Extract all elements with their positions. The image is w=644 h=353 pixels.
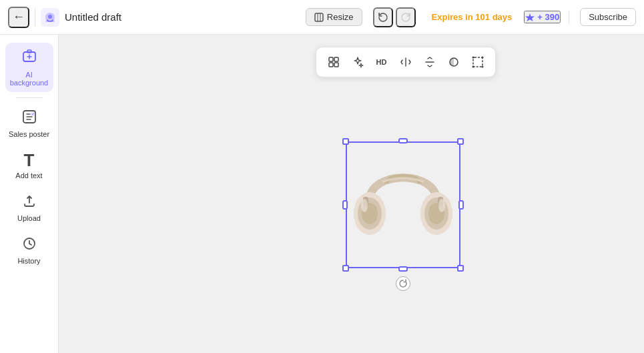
header-divider-2	[569, 11, 569, 24]
handle-bottom-right[interactable]	[457, 265, 464, 272]
svg-point-15	[481, 57, 483, 59]
sidebar: AI background Sales poster T Add text	[0, 35, 59, 353]
sidebar-item-add-text[interactable]: T Add text	[5, 146, 53, 185]
handle-middle-left[interactable]	[342, 200, 348, 210]
svg-point-14	[472, 57, 474, 59]
ai-background-icon	[21, 48, 38, 68]
svg-rect-11	[334, 63, 338, 67]
sidebar-item-upload[interactable]: Upload	[5, 188, 53, 228]
add-text-icon: T	[24, 151, 35, 169]
selection-box[interactable]	[346, 141, 460, 268]
expires-text: Expires in 101 days	[432, 12, 513, 22]
toolbar-magic-button[interactable]	[347, 51, 368, 73]
canvas-area[interactable]: HD	[59, 35, 644, 353]
handle-top-right[interactable]	[457, 138, 464, 145]
resize-label: Resize	[327, 12, 354, 22]
credits-label: + 390	[537, 12, 559, 22]
add-text-label: Add text	[15, 171, 42, 180]
undo-redo-group	[373, 7, 416, 27]
sidebar-item-sales-poster[interactable]: Sales poster	[5, 103, 53, 143]
svg-rect-10	[329, 63, 333, 67]
svg-point-26	[361, 199, 368, 212]
toolbar-hd-button[interactable]: HD	[371, 51, 392, 73]
header: ← Untitled draft Resize Expires in 101 d…	[0, 0, 644, 35]
sales-poster-label: Sales poster	[9, 130, 49, 138]
handle-bottom-center[interactable]	[398, 266, 408, 272]
svg-point-1	[48, 15, 52, 19]
header-divider-1	[35, 8, 35, 27]
handle-top-left[interactable]	[342, 138, 349, 145]
svg-rect-4	[27, 50, 31, 53]
headphones-image[interactable]	[346, 141, 460, 268]
ai-background-label: AI background	[8, 71, 51, 87]
floating-toolbar: HD	[316, 47, 496, 77]
back-button[interactable]: ←	[8, 7, 29, 28]
sidebar-divider-1	[16, 97, 43, 98]
canvas-object-container[interactable]	[346, 141, 460, 268]
toolbar-opacity-button[interactable]	[443, 51, 464, 73]
toolbar-flip-h-button[interactable]	[395, 51, 416, 73]
handle-middle-right[interactable]	[458, 200, 464, 210]
svg-rect-8	[329, 57, 333, 61]
svg-point-16	[472, 66, 474, 68]
svg-rect-13	[473, 57, 482, 67]
logo-icon	[41, 8, 59, 27]
rotate-handle[interactable]	[396, 276, 410, 291]
subscribe-button[interactable]: Subscribe	[580, 8, 636, 26]
handle-bottom-left[interactable]	[342, 265, 349, 272]
resize-button[interactable]: Resize	[306, 8, 362, 26]
handle-top-center[interactable]	[398, 138, 408, 143]
sidebar-item-ai-background[interactable]: AI background	[5, 43, 53, 92]
toolbar-grid-button[interactable]	[323, 51, 344, 73]
sales-poster-icon	[21, 109, 37, 127]
upload-label: Upload	[17, 214, 41, 222]
upload-icon	[21, 193, 37, 212]
svg-point-17	[481, 66, 483, 68]
sidebar-item-history[interactable]: History	[5, 230, 53, 270]
svg-rect-2	[315, 13, 323, 21]
toolbar-flip-v-button[interactable]	[419, 51, 440, 73]
redo-button[interactable]	[396, 7, 416, 27]
svg-rect-9	[334, 57, 338, 61]
history-label: History	[17, 257, 40, 265]
undo-button[interactable]	[373, 7, 393, 27]
history-icon	[21, 236, 37, 254]
svg-point-27	[438, 199, 445, 212]
toolbar-select-button[interactable]	[467, 51, 489, 73]
credits-button[interactable]: + 390	[524, 11, 561, 23]
main-area: AI background Sales poster T Add text	[0, 35, 644, 353]
document-title: Untitled draft	[65, 11, 121, 23]
